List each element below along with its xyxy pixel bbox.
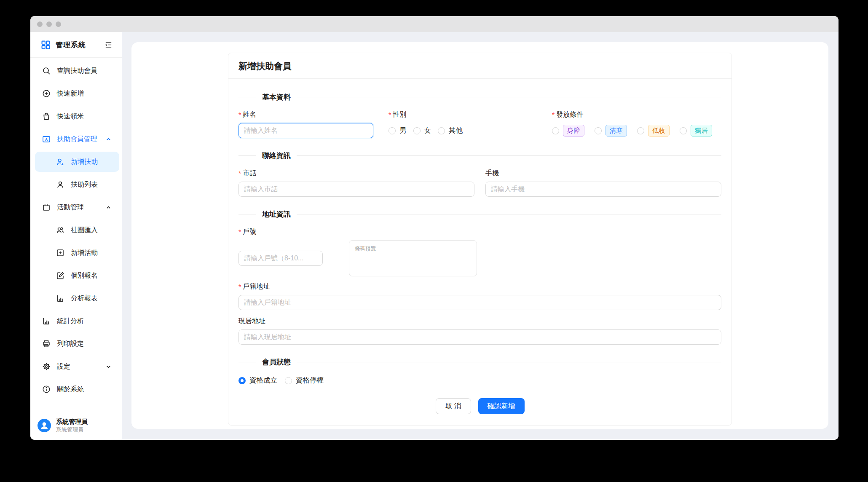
required-mark: * bbox=[238, 170, 241, 178]
plus-circle-icon bbox=[42, 89, 51, 98]
sidebar-nav: 查詢扶助會員 快速新增 快速領米 A 扶助會員管理 新增扶助 bbox=[30, 58, 122, 401]
required-mark: * bbox=[238, 284, 241, 291]
household-no-input[interactable] bbox=[238, 251, 323, 266]
bag-icon bbox=[42, 112, 51, 121]
radio-icon bbox=[680, 127, 687, 134]
add-member-form-card: 新增扶助會員 基本資料 *姓名 *性別 男 bbox=[228, 53, 732, 426]
registered-address-input[interactable] bbox=[238, 295, 721, 310]
submit-button[interactable]: 確認新增 bbox=[478, 398, 525, 414]
sidebar-item-member-management[interactable]: A 扶助會員管理 bbox=[30, 128, 122, 150]
name-input[interactable] bbox=[238, 123, 373, 138]
main-content: 新增扶助會員 基本資料 *姓名 *性別 男 bbox=[122, 32, 839, 440]
gear-icon bbox=[42, 362, 51, 371]
sidebar-item-print-settings[interactable]: 列印設定 bbox=[30, 332, 122, 355]
window-dot[interactable] bbox=[37, 21, 43, 27]
field-gender: *性別 男 女 其他 bbox=[388, 110, 537, 138]
field-condition: *發放條件 身障 清寒 低收 獨居 bbox=[552, 110, 722, 138]
condition-option-poor[interactable]: 清寒 bbox=[595, 125, 627, 136]
gender-option-female[interactable]: 女 bbox=[413, 126, 431, 135]
sidebar-item-individual-signup[interactable]: 個別報名 bbox=[30, 264, 122, 287]
field-current-address: 現居地址 bbox=[238, 317, 721, 345]
landline-input[interactable] bbox=[238, 182, 474, 197]
condition-option-alone[interactable]: 獨居 bbox=[680, 125, 712, 136]
required-mark: * bbox=[388, 112, 391, 119]
chevron-down-icon bbox=[106, 364, 111, 370]
app-logo-icon bbox=[41, 40, 50, 49]
radio-checked-icon bbox=[238, 377, 246, 384]
svg-text:A: A bbox=[45, 137, 48, 142]
window-dot[interactable] bbox=[56, 21, 61, 27]
sidebar-item-search-member[interactable]: 查詢扶助會員 bbox=[30, 59, 122, 82]
chevron-up-icon bbox=[106, 205, 111, 210]
field-registered-address: *戶籍地址 bbox=[238, 282, 721, 310]
radio-icon bbox=[438, 127, 445, 134]
team-icon bbox=[56, 226, 64, 234]
sidebar-item-statistics[interactable]: 統計分析 bbox=[30, 310, 122, 332]
section-title-basic: 基本資料 bbox=[238, 92, 721, 102]
gender-option-male[interactable]: 男 bbox=[388, 126, 407, 135]
gender-label: 性別 bbox=[393, 110, 406, 119]
mobile-input[interactable] bbox=[485, 182, 721, 197]
current-address-label: 現居地址 bbox=[238, 317, 265, 326]
required-mark: * bbox=[238, 229, 241, 236]
sidebar-item-quick-rice[interactable]: 快速領米 bbox=[30, 105, 122, 128]
field-name: *姓名 bbox=[238, 110, 373, 138]
window-titlebar bbox=[30, 16, 839, 32]
avatar bbox=[38, 419, 51, 432]
tag-alone: 獨居 bbox=[691, 125, 712, 136]
sidebar-item-settings[interactable]: 設定 bbox=[30, 355, 122, 378]
sidebar-item-add-activity[interactable]: 新增活動 bbox=[30, 241, 122, 264]
barcode-preview-label: 條碼預覽 bbox=[355, 246, 376, 252]
sidebar-item-analysis-report[interactable]: 分析報表 bbox=[30, 287, 122, 310]
required-mark: * bbox=[238, 112, 241, 119]
sidebar-item-club-import[interactable]: 社團匯入 bbox=[30, 219, 122, 241]
landline-label: 市話 bbox=[243, 169, 256, 178]
edit-icon bbox=[56, 271, 64, 280]
condition-option-disability[interactable]: 身障 bbox=[552, 125, 584, 136]
info-icon bbox=[42, 385, 51, 394]
status-option-suspended[interactable]: 資格停權 bbox=[285, 376, 324, 385]
user-icon bbox=[56, 180, 64, 189]
printer-icon bbox=[42, 340, 51, 348]
radio-icon bbox=[552, 127, 559, 134]
field-household-no: *戶號 條碼預覽 bbox=[238, 228, 721, 276]
status-option-qualified[interactable]: 資格成立 bbox=[238, 376, 277, 385]
user-role: 系統管理員 bbox=[56, 426, 88, 434]
cancel-button[interactable]: 取 消 bbox=[436, 398, 471, 414]
user-name: 系統管理員 bbox=[56, 418, 88, 426]
idcard-icon: A bbox=[42, 135, 51, 143]
tag-low-income: 低收 bbox=[648, 125, 670, 136]
sidebar: 管理系統 查詢扶助會員 快速新增 快速領米 bbox=[30, 32, 122, 440]
sidebar-item-quick-add[interactable]: 快速新增 bbox=[30, 82, 122, 105]
app-window: 管理系統 查詢扶助會員 快速新增 快速領米 bbox=[30, 16, 839, 440]
tag-poor: 清寒 bbox=[605, 125, 627, 136]
condition-label: 發放條件 bbox=[556, 110, 583, 119]
sidebar-item-activity-management[interactable]: 活動管理 bbox=[30, 196, 122, 219]
sidebar-item-add-assist[interactable]: 新增扶助 bbox=[35, 152, 119, 172]
calendar-icon bbox=[42, 203, 51, 212]
current-address-input[interactable] bbox=[238, 329, 721, 345]
sidebar-item-about[interactable]: 關於系統 bbox=[30, 378, 122, 401]
sidebar-item-assist-list[interactable]: 扶助列表 bbox=[30, 173, 122, 196]
menu-fold-icon[interactable] bbox=[104, 41, 113, 49]
app-title: 管理系統 bbox=[56, 40, 86, 50]
chevron-up-icon bbox=[106, 137, 111, 142]
radio-icon bbox=[388, 127, 396, 134]
household-no-label: 戶號 bbox=[243, 228, 256, 236]
user-add-icon bbox=[56, 158, 64, 166]
mobile-label: 手機 bbox=[485, 169, 499, 178]
condition-option-low-income[interactable]: 低收 bbox=[637, 125, 670, 136]
name-label: 姓名 bbox=[243, 110, 256, 119]
plus-square-icon bbox=[56, 249, 64, 257]
radio-icon bbox=[413, 127, 421, 134]
bar-chart-icon bbox=[42, 317, 51, 325]
registered-address-label: 戶籍地址 bbox=[243, 282, 270, 291]
user-profile[interactable]: 系統管理員 系統管理員 bbox=[30, 411, 122, 440]
section-title-contact: 聯絡資訊 bbox=[238, 151, 721, 161]
required-mark: * bbox=[552, 112, 555, 119]
sidebar-header: 管理系統 bbox=[30, 32, 122, 58]
window-dot[interactable] bbox=[46, 21, 52, 27]
gender-option-other[interactable]: 其他 bbox=[438, 126, 463, 135]
search-icon bbox=[42, 67, 51, 75]
field-landline: *市話 bbox=[238, 169, 474, 197]
